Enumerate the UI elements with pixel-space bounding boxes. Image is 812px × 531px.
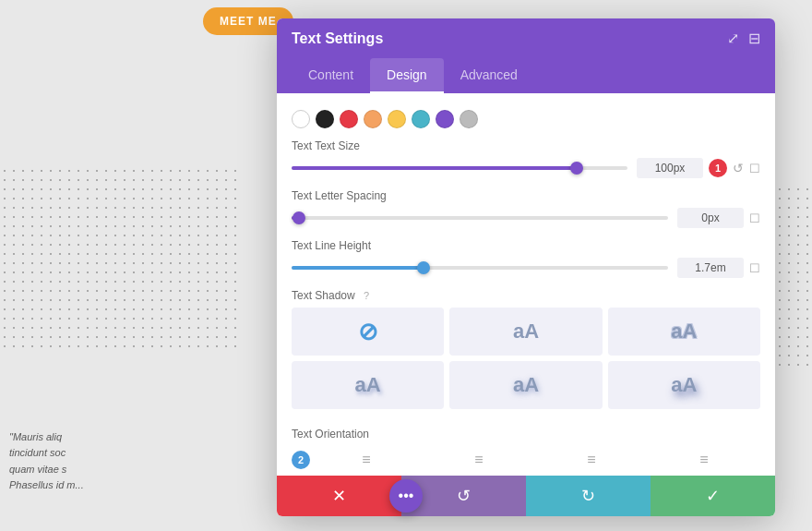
shadow-option-5[interactable]: aA — [608, 361, 760, 409]
modal-body: Text Text Size 1 ↺ ☐ Text Letter Spacing — [277, 93, 775, 409]
modal-title: Text Settings — [292, 30, 383, 47]
orientation-center[interactable]: ≡ — [423, 448, 535, 472]
orientation-right[interactable]: ≡ — [535, 448, 648, 472]
color-yellow[interactable] — [388, 110, 406, 128]
text-shadow-label: Text Shadow ? — [292, 289, 760, 302]
fab-dots-button[interactable]: ••• — [389, 479, 423, 513]
text-orientation-label: Text Orientation — [292, 428, 760, 440]
shadow-grid: ⊘ aA aA aA aA aA — [292, 308, 760, 409]
text-shadow-section: Text Shadow ? ⊘ aA aA aA aA aA — [292, 289, 760, 409]
cancel-button[interactable]: ✕ — [277, 476, 401, 516]
bottom-toolbar: ✕ ↺ ↻ ✓ — [277, 476, 775, 516]
line-height-value-box: ☐ — [677, 258, 760, 278]
letter-spacing-thumb[interactable] — [293, 211, 305, 224]
text-orientation-section: Text Orientation 2 ≡ ≡ ≡ ≡ — [277, 420, 775, 476]
text-size-input[interactable] — [637, 158, 703, 178]
line-height-section: Text Line Height ☐ — [292, 239, 760, 278]
modal-tabs: Content Design Advanced — [277, 58, 775, 93]
line-height-input[interactable] — [677, 258, 744, 278]
modal-header: Text Settings ⤢ ⊟ — [277, 18, 775, 58]
quote-left: "Mauris aliqtincidunt socquam vitae sPha… — [9, 429, 212, 494]
redo-button[interactable]: ↻ — [526, 476, 651, 516]
color-white[interactable] — [292, 110, 310, 128]
color-purple[interactable] — [436, 110, 454, 128]
color-red[interactable] — [340, 110, 358, 128]
text-size-device-icon[interactable]: ☐ — [749, 162, 760, 175]
text-size-reset-icon[interactable]: ↺ — [733, 161, 744, 175]
resize-icon[interactable]: ⤢ — [727, 30, 739, 47]
tab-advanced[interactable]: Advanced — [444, 58, 534, 93]
color-black[interactable] — [316, 110, 334, 128]
letter-spacing-value-box: ☐ — [677, 208, 760, 228]
orientation-row: 2 ≡ ≡ ≡ ≡ — [292, 448, 760, 472]
text-size-slider-row: 1 ↺ ☐ — [292, 158, 760, 178]
text-settings-modal: Text Settings ⤢ ⊟ Content Design Advance… — [277, 18, 775, 516]
orientation-left[interactable]: ≡ — [310, 448, 423, 472]
color-gray[interactable] — [460, 110, 478, 128]
color-teal[interactable] — [412, 110, 430, 128]
text-size-label: Text Text Size — [292, 139, 760, 152]
line-height-slider-row: ☐ — [292, 258, 760, 278]
tab-content[interactable]: Content — [292, 58, 370, 93]
letter-spacing-device-icon[interactable]: ☐ — [749, 211, 760, 225]
text-size-value-box: 1 ↺ ☐ — [637, 158, 760, 178]
line-height-device-icon[interactable]: ☐ — [749, 261, 760, 275]
line-height-label: Text Line Height — [292, 239, 760, 252]
dot-pattern-left — [0, 166, 240, 351]
text-size-thumb[interactable] — [570, 162, 583, 175]
letter-spacing-input[interactable] — [677, 208, 744, 228]
tab-design[interactable]: Design — [370, 58, 444, 93]
modal-header-icons: ⤢ ⊟ — [727, 30, 760, 47]
color-orange[interactable] — [364, 110, 382, 128]
letter-spacing-slider-row: ☐ — [292, 208, 760, 228]
shadow-option-1[interactable]: aA — [449, 308, 602, 356]
shadow-option-none[interactable]: ⊘ — [292, 308, 444, 356]
color-row — [292, 103, 760, 136]
line-height-fill — [292, 266, 424, 270]
text-shadow-help[interactable]: ? — [364, 290, 369, 301]
shadow-option-4[interactable]: aA — [449, 361, 602, 409]
line-height-track[interactable] — [292, 266, 668, 270]
orientation-justify[interactable]: ≡ — [648, 448, 760, 472]
text-size-fill — [292, 166, 577, 170]
letter-spacing-label: Text Letter Spacing — [292, 189, 760, 202]
save-button[interactable]: ✓ — [651, 476, 775, 516]
text-size-badge: 1 — [709, 159, 727, 177]
letter-spacing-track[interactable] — [292, 216, 668, 220]
orientation-badge: 2 — [292, 451, 310, 469]
columns-icon[interactable]: ⊟ — [748, 30, 760, 47]
shadow-option-3[interactable]: aA — [292, 361, 444, 409]
shadow-option-2[interactable]: aA — [608, 308, 760, 356]
text-size-section: Text Text Size 1 ↺ ☐ — [292, 139, 760, 178]
text-size-track[interactable] — [292, 166, 627, 170]
letter-spacing-section: Text Letter Spacing ☐ — [292, 189, 760, 228]
line-height-thumb[interactable] — [417, 261, 430, 274]
